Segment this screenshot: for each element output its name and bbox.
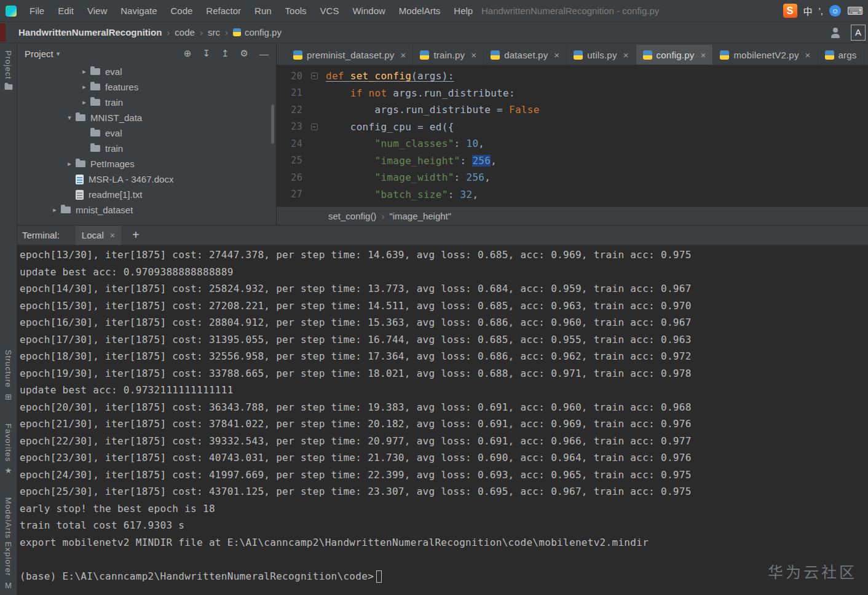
user-settings-icon[interactable] [830, 27, 841, 38]
collapse-all-icon[interactable]: ↥ [221, 48, 229, 59]
chevron-right-icon[interactable]: ▸ [78, 68, 90, 76]
menu-modelarts[interactable]: ModelArts [392, 0, 448, 22]
code-line[interactable]: 20−def set_config(args): [277, 68, 868, 85]
chevron-right-icon[interactable]: ▸ [63, 160, 76, 168]
tree-item-msr-la-3467-docx[interactable]: MSR-LA - 3467.docx [17, 171, 276, 187]
ime-a-badge[interactable]: A [851, 25, 866, 41]
tool-button-favorites[interactable]: Favorites★ [4, 424, 13, 475]
close-icon[interactable]: × [400, 50, 406, 60]
terminal-body[interactable]: epoch[13/30], iter[1875] cost: 27447.378… [17, 245, 868, 595]
hide-panel-icon[interactable]: — [259, 49, 269, 59]
code-line[interactable]: 23− config_cpu = ed({ [277, 119, 868, 136]
folder-icon [90, 99, 100, 106]
terminal-panel: Terminal: Local × + epoch[13/30], iter[1… [17, 225, 868, 595]
settings-icon[interactable]: ⚙ [240, 48, 248, 59]
code-line[interactable]: 21 if not args.run_distribute: [277, 85, 868, 102]
breadcrumb-item-config-py[interactable]: config.py [233, 27, 282, 37]
chevron-right-icon[interactable]: ▸ [78, 83, 90, 91]
python-file-icon [574, 50, 583, 60]
close-icon[interactable]: × [554, 50, 559, 60]
expand-all-icon[interactable]: ↧ [202, 48, 210, 59]
select-opened-file-icon[interactable]: ⊕ [184, 48, 192, 59]
menu-refactor[interactable]: Refactor [199, 0, 248, 22]
tab-dataset-py[interactable]: dataset.py× [484, 45, 567, 65]
close-icon[interactable]: × [110, 231, 115, 240]
close-icon[interactable]: × [623, 50, 629, 60]
tree-item-eval[interactable]: eval [17, 125, 276, 141]
code-line[interactable]: 22 args.run_distribute = False [277, 101, 868, 119]
breadcrumb-item-handwrittennumeralrecognition[interactable]: HandwrittenNumeralRecognition [18, 27, 162, 37]
menu-code[interactable]: Code [164, 0, 199, 22]
fold-icon[interactable]: − [311, 73, 318, 79]
menu-file[interactable]: File [23, 0, 51, 22]
tree-item-eval[interactable]: ▸eval [17, 64, 276, 79]
menu-tools[interactable]: Tools [278, 0, 314, 22]
code-line[interactable]: 27 "batch_size": 32, [277, 186, 868, 203]
code-line[interactable]: 25 "image_height": 256, [277, 152, 868, 170]
soft-keyboard-icon[interactable]: ⌨ [847, 4, 863, 18]
ime-language-icon[interactable]: 中 [803, 4, 813, 17]
project-scrollbar[interactable] [271, 104, 274, 144]
python-file-icon [233, 28, 241, 36]
tab-train-py[interactable]: train.py× [413, 45, 484, 65]
tree-item-train[interactable]: train [17, 141, 276, 156]
project-tree: ▸eval▸features▸train▾MNIST_dataevaltrain… [17, 64, 276, 218]
editor-breadcrumb-item[interactable]: "image_height" [389, 211, 451, 221]
code-line[interactable]: 26 "image_width": 256, [277, 169, 868, 186]
tree-item-mnist-data[interactable]: ▾MNIST_data [17, 110, 276, 125]
breadcrumb-separator: › [381, 211, 384, 221]
terminal-title: Terminal: [22, 230, 60, 240]
terminal-line: train total cost 617.9303 s [20, 519, 868, 537]
ime-punctuation-icon[interactable]: ’, [819, 6, 824, 16]
tree-item-readme-1-txt[interactable]: readme[1].txt [17, 187, 276, 202]
terminal-prompt-line: (base) E:\AI\canncamp2\HandwrittenNumera… [20, 570, 868, 588]
menu-view[interactable]: View [81, 0, 114, 22]
tab-mobilenetv2-py[interactable]: mobilenetV2.py× [713, 45, 818, 65]
terminal-line: epoch[23/30], iter[1875] cost: 40743.031… [20, 452, 868, 469]
close-icon[interactable]: × [700, 50, 706, 60]
tool-button-project[interactable]: Project [4, 50, 14, 90]
breadcrumb-item-code[interactable]: code [175, 27, 195, 37]
code-lines: 20−def set_config(args):21 if not args.r… [277, 68, 868, 203]
breadcrumb-separator: › [225, 27, 228, 37]
close-icon[interactable]: × [805, 50, 811, 60]
tool-button-structure[interactable]: Structure⊞ [4, 350, 13, 401]
menu-navigate[interactable]: Navigate [114, 0, 164, 22]
menu-help[interactable]: Help [447, 0, 479, 22]
tree-item-features[interactable]: ▸features [17, 79, 276, 95]
menu-vcs[interactable]: VCS [314, 0, 346, 22]
menu-window[interactable]: Window [345, 0, 392, 22]
sogou-ime-icon[interactable]: S [783, 4, 797, 18]
breadcrumb-item-src[interactable]: src [208, 27, 220, 37]
pycharm-window: FileEditViewNavigateCodeRefactorRunTools… [0, 0, 868, 595]
terminal-line: early stop! the best epoch is 18 [20, 503, 868, 520]
code-editor[interactable]: 20−def set_config(args):21 if not args.r… [277, 65, 868, 207]
chevron-down-icon[interactable]: ▾ [63, 114, 76, 122]
chevron-right-icon[interactable]: ▸ [49, 206, 61, 214]
line-number: 24 [277, 138, 302, 149]
terminal-tab-local[interactable]: Local × [76, 226, 121, 245]
close-icon[interactable]: × [471, 50, 476, 60]
ime-status-icon[interactable]: ☺ [829, 5, 841, 17]
terminal-line: epoch[16/30], iter[1875] cost: 28804.912… [20, 317, 868, 334]
editor-breadcrumb-item[interactable]: set_config() [328, 211, 376, 221]
tree-item-mnist-dataset[interactable]: ▸mnist_dataset [17, 202, 276, 218]
menu-run[interactable]: Run [248, 0, 278, 22]
fold-icon[interactable]: − [311, 124, 318, 130]
new-terminal-button[interactable]: + [132, 228, 140, 242]
tool-button-modelarts-explorer[interactable]: ModelArts ExplorerM [4, 497, 13, 590]
app-logo-icon[interactable] [6, 6, 17, 17]
project-panel-title[interactable]: Project [25, 49, 53, 59]
tab-preminist-dataset-py[interactable]: preminist_dataset.py× [286, 45, 413, 65]
tab-config-py[interactable]: config.py× [636, 45, 714, 65]
breadcrumb-separator: › [167, 27, 170, 37]
tree-item-petimages[interactable]: ▸PetImages [17, 156, 276, 171]
tree-item-train[interactable]: ▸train [17, 95, 276, 110]
project-toolbar: ⊕↧↥⚙— [184, 48, 269, 59]
chevron-right-icon[interactable]: ▸ [78, 98, 90, 106]
code-line[interactable]: 24 "num_classes": 10, [277, 135, 868, 152]
tab-utils-py[interactable]: utils.py× [567, 45, 636, 65]
menu-edit[interactable]: Edit [51, 0, 81, 22]
tab-args[interactable]: args [818, 45, 864, 65]
chevron-down-icon[interactable]: ▾ [57, 50, 60, 58]
